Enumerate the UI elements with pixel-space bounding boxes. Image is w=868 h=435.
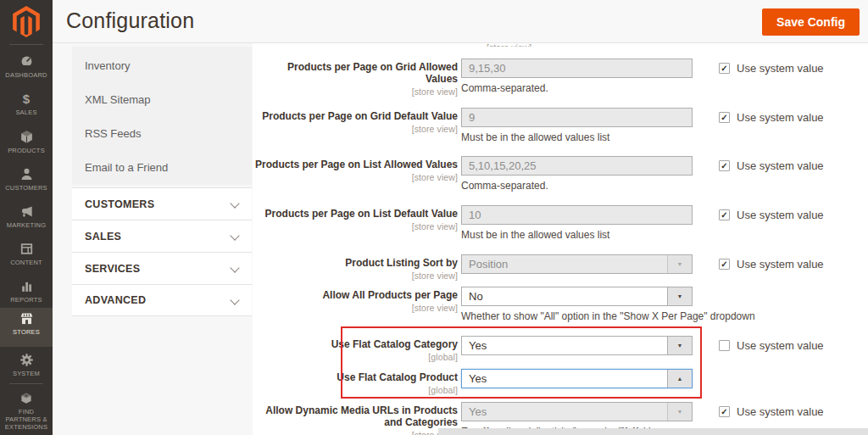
sidebar-item-stores[interactable]: STORES — [0, 308, 53, 347]
use-system-value-checkbox[interactable]: ✓ — [719, 406, 730, 417]
magento-logo-icon[interactable] — [13, 6, 40, 37]
use-system-value-control[interactable]: ✓ Use system value — [719, 405, 824, 418]
subnav-item-email-to-a-friend[interactable]: Email to a Friend — [72, 151, 252, 185]
use-system-value-checkbox[interactable] — [719, 340, 730, 351]
use-flat-catalog-category-select[interactable]: Yes ▼ — [461, 336, 693, 355]
bar-chart-icon — [19, 279, 34, 293]
list-allowed-values-input[interactable] — [461, 156, 693, 176]
scope-label: [global] — [254, 384, 458, 396]
layout-icon — [19, 242, 34, 256]
sidebar-divider — [9, 383, 43, 384]
sidebar-item-find-partners-extensions[interactable]: FIND PARTNERS & EXTENSIONS — [0, 388, 53, 434]
chevron-up-icon[interactable]: ▲ — [667, 370, 692, 388]
admin-sidebar: DASHBOARD $ SALES PRODUCTS CUSTOMERS — [0, 0, 53, 435]
use-system-value-control[interactable]: ✓ Use system value — [719, 258, 824, 270]
use-system-value-checkbox[interactable]: ✓ — [719, 209, 730, 220]
scope-label: [store view] — [254, 302, 458, 314]
scope-label: [store view] — [254, 270, 458, 282]
chevron-down-icon — [230, 198, 239, 208]
list-default-value-input[interactable] — [461, 205, 693, 225]
field-label: Products per Page on List Default Value … — [254, 208, 458, 232]
chevron-down-icon[interactable]: ▼ — [667, 403, 692, 421]
chevron-down-icon[interactable]: ▼ — [667, 337, 692, 354]
sidebar-item-dashboard[interactable]: DASHBOARD — [0, 51, 53, 82]
chevron-down-icon[interactable]: ▼ — [667, 287, 692, 305]
chevron-down-icon — [230, 295, 239, 304]
sidebar-item-reports[interactable]: REPORTS — [0, 276, 53, 307]
use-system-value-checkbox[interactable]: ✓ — [719, 160, 730, 171]
config-section-customers[interactable]: CUSTOMERS — [72, 187, 252, 220]
use-system-value-control[interactable]: ✓ Use system value — [719, 209, 824, 221]
use-system-value-checkbox[interactable]: ✓ — [719, 112, 730, 123]
allow-dynamic-media-urls-select[interactable]: Yes ▼ — [461, 402, 693, 421]
field-note: Must be in the allowed values list — [461, 131, 609, 143]
save-config-button[interactable]: Save Config — [762, 8, 860, 36]
subnav-item-rss-feeds[interactable]: RSS Feeds — [72, 117, 252, 151]
use-system-value-checkbox[interactable]: ✓ — [719, 63, 730, 74]
megaphone-icon — [19, 204, 34, 219]
use-system-value-label: Use system value — [737, 62, 824, 75]
field-label: Product Listing Sort by [store view] — [254, 257, 458, 282]
partial-scope-label: [store view] — [487, 42, 531, 47]
use-system-value-control[interactable]: Use system value — [719, 339, 824, 352]
sidebar-item-customers[interactable]: CUSTOMERS — [0, 164, 53, 195]
chevron-down-icon[interactable]: ▼ — [667, 255, 692, 273]
scope-label: [store view] — [254, 429, 458, 435]
form-row: Allow All Products per Page [store view]… — [254, 287, 868, 315]
field-label: Products per Page on Grid Default Value … — [254, 110, 458, 135]
product-listing-sort-by-select[interactable]: Position ▼ — [461, 254, 693, 274]
form-row: Products per Page on Grid Default Value … — [254, 108, 868, 137]
use-system-value-checkbox[interactable]: ✓ — [719, 259, 730, 270]
scope-label: [store view] — [254, 171, 458, 183]
use-system-value-control[interactable]: ✓ Use system value — [719, 111, 824, 124]
scope-label: [store view] — [254, 123, 458, 135]
scope-label: [store view] — [254, 220, 458, 232]
subnav-item-inventory[interactable]: Inventory — [72, 49, 252, 83]
allow-all-products-per-page-select[interactable]: No ▼ — [461, 287, 693, 306]
sidebar-item-marketing[interactable]: MARKETING — [0, 201, 53, 232]
field-label: Products per Page on List Allowed Values… — [254, 159, 458, 183]
sidebar-item-sales[interactable]: $ SALES — [0, 88, 53, 120]
sidebar-item-products[interactable]: PRODUCTS — [0, 126, 53, 158]
sidebar-item-system[interactable]: SYSTEM — [0, 349, 53, 381]
use-system-value-label: Use system value — [737, 339, 824, 352]
use-system-value-control[interactable]: ✓ Use system value — [719, 159, 824, 172]
form-row: Products per Page on List Default Value … — [254, 205, 868, 234]
form-row: Product Listing Sort by [store view] Pos… — [254, 254, 868, 283]
field-note: Comma-separated. — [461, 180, 548, 192]
grid-default-value-input[interactable] — [461, 108, 693, 127]
scope-label: [store view] — [254, 86, 458, 98]
subnav-item-xml-sitemap[interactable]: XML Sitemap — [72, 83, 252, 117]
grid-allowed-values-input[interactable] — [461, 59, 693, 78]
storefront-icon — [19, 311, 34, 326]
config-section-sales[interactable]: SALES — [72, 220, 252, 252]
use-system-value-label: Use system value — [737, 159, 824, 172]
page-title: Configuration — [66, 8, 194, 33]
form-row: Use Flat Catalog Product [global] Yes ▲ — [254, 369, 868, 398]
form-row: Products per Page on Grid Allowed Values… — [254, 59, 868, 87]
field-label: Allow Dynamic Media URLs in Products and… — [254, 404, 458, 435]
chevron-down-icon — [230, 263, 239, 272]
use-system-value-label: Use system value — [737, 405, 824, 418]
use-flat-catalog-product-select[interactable]: Yes ▲ — [461, 369, 693, 388]
config-section-services[interactable]: SERVICES — [72, 252, 252, 284]
use-system-value-control[interactable]: ✓ Use system value — [719, 62, 824, 75]
field-note: Comma-separated. — [461, 82, 548, 94]
scope-label: [global] — [254, 351, 458, 363]
dollar-icon: $ — [23, 92, 30, 106]
package-icon — [19, 392, 33, 405]
next-field-partial — [438, 428, 868, 435]
field-note: Whether to show "All" option in the "Sho… — [461, 310, 755, 322]
config-subnav: Inventory XML Sitemap RSS Feeds Email to… — [72, 47, 252, 185]
person-icon — [19, 167, 34, 181]
sidebar-divider — [9, 44, 43, 45]
form-row: Allow Dynamic Media URLs in Products and… — [254, 402, 868, 431]
form-row: Use Flat Catalog Category [global] Yes ▼… — [254, 336, 868, 365]
field-label: Products per Page on Grid Allowed Values… — [254, 61, 458, 98]
sidebar-item-content[interactable]: CONTENT — [0, 238, 53, 270]
use-system-value-label: Use system value — [737, 111, 824, 124]
config-section-advanced[interactable]: ADVANCED — [72, 284, 252, 316]
dashboard-gauge-icon — [19, 54, 34, 69]
use-system-value-label: Use system value — [737, 258, 824, 270]
box-icon — [19, 130, 34, 144]
